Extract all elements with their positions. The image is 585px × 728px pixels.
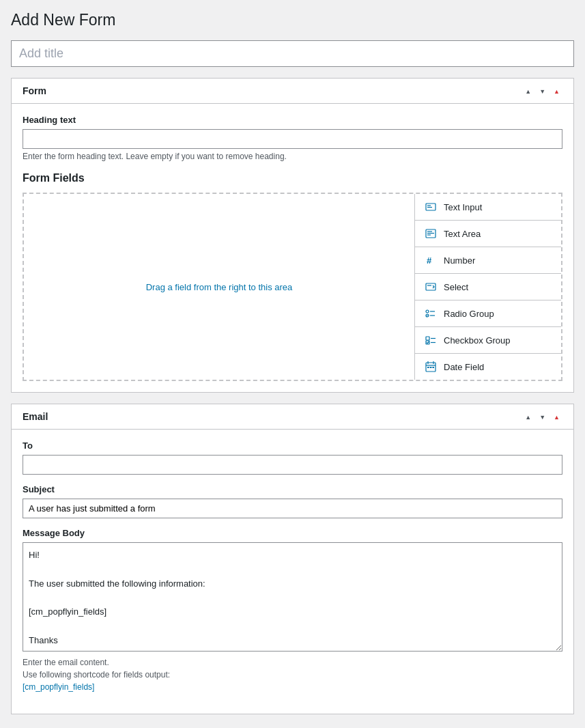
date-field-icon: [425, 361, 437, 373]
palette-item-checkbox-group[interactable]: Checkbox Group: [415, 327, 561, 354]
email-hint-line1: Enter the email content.: [23, 658, 109, 667]
email-panel-move-up-button[interactable]: [522, 411, 534, 422]
form-panel-title: Form: [23, 85, 46, 96]
email-to-label: To: [23, 440, 562, 451]
form-fields-area: Drag a field from the right to this area: [23, 193, 562, 381]
email-panel-title: Email: [23, 411, 48, 422]
palette-item-text-input[interactable]: Text Input: [415, 194, 561, 221]
palette-item-text-area-label: Text Area: [444, 229, 481, 239]
form-panel: Form Heading text Enter the form heading…: [11, 78, 574, 393]
select-icon: [425, 281, 437, 293]
text-input-icon: [425, 201, 437, 213]
palette-item-select-label: Select: [444, 282, 468, 292]
email-hint-line2: Use following shortcode for fields outpu…: [23, 670, 170, 680]
email-subject-input[interactable]: [23, 499, 562, 518]
palette-item-date-field[interactable]: Date Field: [415, 354, 561, 380]
form-panel-move-down-button[interactable]: [537, 85, 548, 96]
email-hint: Enter the email content. Use following s…: [23, 656, 562, 693]
form-panel-header: Form: [12, 79, 573, 104]
text-area-icon: [425, 227, 437, 240]
form-panel-move-up-button[interactable]: [522, 85, 534, 96]
svg-point-13: [427, 315, 428, 316]
svg-rect-25: [433, 367, 435, 368]
email-subject-group: Subject: [23, 484, 562, 518]
email-message-body-label: Message Body: [23, 528, 562, 538]
page-title: Add New Form: [11, 11, 574, 29]
heading-text-group: Heading text Enter the form heading text…: [23, 115, 562, 161]
form-panel-controls: [522, 85, 562, 96]
form-fields-title: Form Fields: [23, 172, 562, 184]
palette-item-text-input-label: Text Input: [444, 202, 482, 212]
email-panel-header: Email: [12, 404, 573, 430]
palette-item-text-area[interactable]: Text Area: [415, 221, 561, 247]
email-panel-collapse-button[interactable]: [551, 411, 562, 422]
email-to-input[interactable]: [23, 455, 562, 475]
email-panel-body: To Subject Message Body Hi! The user sub…: [12, 430, 573, 714]
svg-rect-23: [427, 367, 429, 368]
svg-rect-24: [430, 367, 432, 368]
palette-item-date-field-label: Date Field: [444, 362, 484, 372]
heading-text-input[interactable]: [23, 129, 562, 149]
form-title-input[interactable]: [11, 40, 574, 67]
drop-zone-text: Drag a field from the right to this area: [146, 282, 293, 292]
email-panel: Email To Subject Message Body Hi! The u: [11, 404, 574, 714]
email-to-group: To: [23, 440, 562, 475]
email-panel-controls: [522, 411, 562, 422]
svg-rect-15: [426, 337, 429, 340]
number-icon: #: [425, 254, 437, 266]
email-subject-label: Subject: [23, 484, 562, 494]
heading-text-hint: Enter the form heading text. Leave empty…: [23, 152, 562, 161]
form-panel-collapse-button[interactable]: [551, 85, 562, 96]
email-hint-shortcode: [cm_popflyin_fields]: [23, 682, 94, 692]
svg-text:#: #: [427, 255, 432, 266]
palette-item-checkbox-group-label: Checkbox Group: [444, 335, 511, 346]
palette-item-number-label: Number: [444, 255, 475, 266]
form-drop-zone[interactable]: Drag a field from the right to this area: [24, 194, 414, 380]
palette-item-number[interactable]: # Number: [415, 247, 561, 274]
email-message-body-group: Message Body Hi! The user submitted the …: [23, 528, 562, 693]
email-panel-move-down-button[interactable]: [537, 411, 548, 422]
heading-text-label: Heading text: [23, 115, 562, 125]
field-palette: Text Input Text Area: [414, 194, 561, 380]
form-panel-body: Heading text Enter the form heading text…: [12, 104, 573, 392]
palette-item-select[interactable]: Select: [415, 274, 561, 300]
svg-point-10: [426, 310, 429, 313]
checkbox-group-icon: [425, 334, 437, 346]
palette-item-radio-group-label: Radio Group: [444, 309, 494, 319]
radio-group-icon: [425, 307, 437, 320]
email-message-body-textarea[interactable]: Hi! The user submitted the following inf…: [23, 542, 562, 652]
palette-item-radio-group[interactable]: Radio Group: [415, 300, 561, 327]
